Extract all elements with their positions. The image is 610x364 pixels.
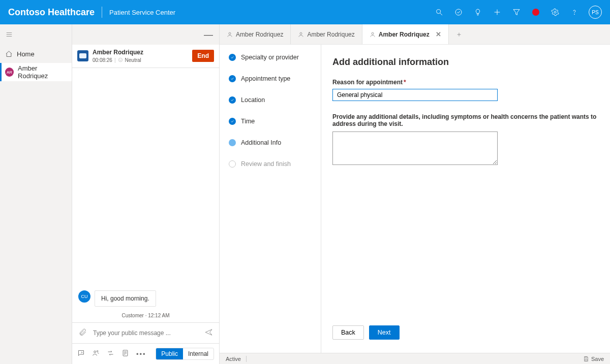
svg-point-15 bbox=[94, 351, 96, 353]
person-icon bbox=[298, 31, 304, 38]
chat-input[interactable] bbox=[92, 329, 199, 337]
nav-item-home[interactable]: Home bbox=[0, 45, 72, 63]
back-button[interactable]: Back bbox=[332, 325, 364, 340]
step-label: Additional Info bbox=[241, 139, 281, 146]
attach-icon[interactable] bbox=[78, 328, 87, 338]
person-icon bbox=[370, 31, 376, 38]
tab-label: Amber Rodriquez bbox=[236, 31, 283, 38]
form-heading: Add additional information bbox=[332, 57, 601, 68]
chat-panel: — Amber Rodriquez 00:08:26 | Neutral End… bbox=[72, 24, 220, 364]
help-icon[interactable] bbox=[569, 7, 580, 17]
transfer-icon[interactable] bbox=[107, 349, 114, 358]
brand-name: Contoso Healthcare bbox=[8, 7, 95, 18]
chat-contact-name: Amber Rodriquez bbox=[93, 49, 188, 57]
nav-rail: Home AR Amber Rodriquez bbox=[0, 24, 72, 364]
save-button[interactable]: Save bbox=[583, 356, 604, 362]
search-icon[interactable] bbox=[434, 7, 444, 17]
step-label: Review and finish bbox=[241, 160, 291, 168]
step-label: Specialty or provider bbox=[241, 54, 299, 61]
toggle-internal[interactable]: Internal bbox=[183, 348, 214, 359]
brand-divider bbox=[102, 7, 102, 18]
step-additional-info[interactable]: Additional Info bbox=[229, 139, 316, 146]
chat-message-bubble: Hi, good morning. bbox=[95, 290, 156, 307]
add-icon[interactable] bbox=[492, 7, 502, 17]
check-icon bbox=[230, 119, 234, 123]
wizard-steps: Specialty or provider Appointment type L… bbox=[220, 45, 321, 353]
plus-icon bbox=[456, 31, 462, 38]
consult-icon[interactable] bbox=[92, 349, 100, 358]
nav-item-label: Amber Rodriquez bbox=[18, 64, 67, 80]
step-time[interactable]: Time bbox=[229, 118, 316, 125]
reason-input[interactable] bbox=[332, 89, 498, 101]
tab-patient-2[interactable]: Amber Rodriquez bbox=[291, 24, 362, 44]
app-header: Contoso Healthcare Patient Service Cente… bbox=[0, 0, 610, 24]
more-actions-icon[interactable]: ••• bbox=[136, 350, 146, 358]
end-chat-button[interactable]: End bbox=[192, 50, 214, 62]
filter-icon[interactable] bbox=[511, 7, 522, 17]
chat-timer: 00:08:26 bbox=[93, 57, 112, 63]
step-specialty[interactable]: Specialty or provider bbox=[229, 54, 316, 61]
svg-point-6 bbox=[554, 11, 556, 13]
person-icon bbox=[227, 31, 233, 38]
tab-label: Amber Rodriquez bbox=[307, 31, 354, 38]
svg-marker-5 bbox=[513, 10, 520, 15]
tab-patient-3[interactable]: Amber Rodriquez ✕ bbox=[362, 24, 449, 44]
notes-icon[interactable] bbox=[121, 349, 129, 358]
svg-point-22 bbox=[300, 32, 302, 35]
nav-collapse-button[interactable] bbox=[0, 24, 72, 45]
home-icon bbox=[5, 50, 13, 58]
details-textarea[interactable] bbox=[332, 131, 498, 165]
svg-point-11 bbox=[118, 58, 123, 62]
svg-point-23 bbox=[372, 32, 374, 35]
svg-point-21 bbox=[229, 32, 231, 35]
step-label: Appointment type bbox=[241, 75, 290, 82]
main-area: Amber Rodriquez Amber Rodriquez Amber Ro… bbox=[220, 24, 610, 364]
sub-app-name: Patient Service Center bbox=[109, 9, 175, 16]
tab-label: Amber Rodriquez bbox=[379, 31, 430, 38]
chat-status-line: 00:08:26 | Neutral bbox=[93, 57, 188, 63]
minimize-icon[interactable]: — bbox=[204, 29, 213, 40]
svg-line-1 bbox=[440, 13, 442, 15]
send-icon[interactable] bbox=[204, 328, 213, 338]
check-icon bbox=[230, 55, 234, 59]
tab-patient-1[interactable]: Amber Rodriquez bbox=[220, 24, 291, 44]
lightbulb-icon[interactable] bbox=[473, 7, 483, 17]
user-avatar-initials: PS bbox=[592, 10, 598, 15]
tab-bar: Amber Rodriquez Amber Rodriquez Amber Ro… bbox=[220, 24, 610, 45]
user-avatar[interactable]: PS bbox=[589, 6, 602, 19]
step-location[interactable]: Location bbox=[229, 96, 316, 104]
reason-label: Reason for appointment* bbox=[332, 79, 601, 86]
step-label: Location bbox=[241, 96, 265, 104]
header-icon-bar: PS bbox=[434, 6, 602, 19]
record-indicator-icon[interactable] bbox=[531, 7, 541, 17]
chat-message-avatar-icon: CU bbox=[78, 290, 90, 303]
details-label: Provide any additional details, includin… bbox=[332, 113, 601, 127]
svg-point-2 bbox=[455, 9, 462, 15]
settings-icon[interactable] bbox=[550, 7, 560, 17]
status-bar: Active Save bbox=[220, 353, 610, 364]
save-icon bbox=[583, 356, 589, 362]
step-appointment-type[interactable]: Appointment type bbox=[229, 75, 316, 82]
chat-sentiment: Neutral bbox=[125, 57, 141, 63]
new-tab-button[interactable] bbox=[449, 24, 469, 44]
close-tab-icon[interactable]: ✕ bbox=[436, 30, 441, 38]
check-icon bbox=[230, 98, 234, 102]
check-icon bbox=[230, 77, 234, 81]
visibility-toggle: Public Internal bbox=[156, 348, 214, 360]
nav-item-patient[interactable]: AR Amber Rodriquez bbox=[0, 63, 72, 81]
wizard-buttons: Back Next bbox=[332, 307, 601, 347]
chat-messages: CU Hi, good morning. Customer · 12:12 AM bbox=[72, 68, 219, 322]
svg-point-0 bbox=[437, 10, 441, 14]
next-button[interactable]: Next bbox=[369, 325, 400, 340]
svg-rect-26 bbox=[585, 356, 587, 358]
toggle-public[interactable]: Public bbox=[156, 348, 183, 359]
chat-message: CU Hi, good morning. bbox=[78, 290, 213, 307]
quick-reply-icon[interactable] bbox=[77, 349, 85, 358]
chat-input-bar bbox=[72, 322, 219, 343]
svg-rect-27 bbox=[585, 359, 587, 361]
chat-channel-icon bbox=[77, 50, 88, 61]
step-review[interactable]: Review and finish bbox=[229, 160, 316, 168]
task-check-icon[interactable] bbox=[453, 7, 464, 17]
chat-action-bar: ••• Public Internal bbox=[72, 343, 219, 364]
chat-panel-toolbar: — bbox=[72, 24, 219, 45]
